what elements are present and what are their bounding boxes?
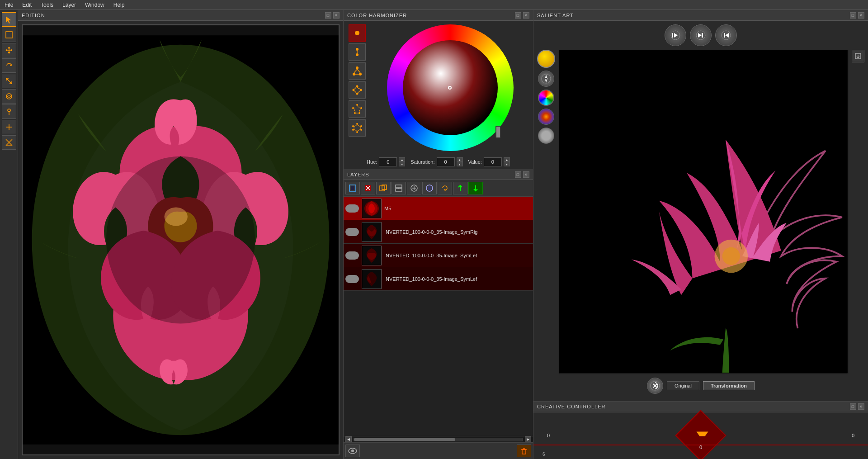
- layer-blend-button[interactable]: [422, 182, 437, 194]
- edition-minimize[interactable]: □: [325, 12, 331, 19]
- rotate-tool-button[interactable]: [2, 58, 16, 73]
- layer-row-3[interactable]: INVERTED_100-0-0-0_35-Image_SymLef: [344, 267, 533, 291]
- sa-close[interactable]: ×: [858, 12, 864, 19]
- layer-delete-button[interactable]: [361, 182, 375, 194]
- layer-merge-button[interactable]: [392, 182, 406, 194]
- offset-tool-button[interactable]: [2, 120, 16, 134]
- value-spinner: ▲ ▼: [504, 157, 510, 166]
- cc-minimize[interactable]: □: [850, 403, 856, 410]
- scroll-left[interactable]: ◀: [345, 436, 352, 443]
- layer-new-button[interactable]: [345, 182, 360, 194]
- ch-tool-4[interactable]: [349, 81, 366, 99]
- warp-tool-button[interactable]: [2, 89, 16, 104]
- layers-minimize[interactable]: □: [515, 171, 521, 178]
- layer-row-1[interactable]: INVERTED_100-0-0-0_35-Image_SymRig: [344, 220, 533, 244]
- tab-original[interactable]: Original: [667, 381, 699, 390]
- canvas-area[interactable]: [22, 24, 340, 455]
- menu-layer[interactable]: Layer: [58, 1, 80, 9]
- svg-rect-75: [559, 51, 848, 373]
- sa-back-button[interactable]: [715, 24, 737, 46]
- saturation-up[interactable]: ▲: [457, 157, 463, 162]
- ch-tool-3[interactable]: [349, 62, 366, 80]
- scale-tool-button[interactable]: [2, 74, 16, 88]
- layer-up-button[interactable]: [453, 182, 467, 194]
- cc-joystick[interactable]: [675, 410, 726, 459]
- svg-point-21: [356, 93, 359, 95]
- sa-gray-icon[interactable]: [538, 128, 554, 144]
- layer-eye-button[interactable]: [345, 445, 360, 457]
- scroll-right[interactable]: ▶: [525, 436, 531, 443]
- value-up[interactable]: ▲: [504, 157, 510, 162]
- ch-tool-5[interactable]: [349, 100, 366, 118]
- sa-multicolor-icon[interactable]: [538, 109, 554, 125]
- color-wheel-outer[interactable]: [387, 24, 514, 151]
- lasso-tool-button[interactable]: [2, 28, 16, 42]
- sa-play-button[interactable]: [665, 24, 686, 46]
- hue-down[interactable]: ▼: [399, 162, 405, 166]
- saturation-down[interactable]: ▼: [457, 162, 463, 166]
- layers-header: Layers □ ×: [344, 169, 533, 180]
- layer-duplicate-button[interactable]: [376, 182, 391, 194]
- sa-skip-button[interactable]: [690, 24, 712, 46]
- scroll-thumb[interactable]: [354, 438, 455, 441]
- sa-view-tabs: Original Transformation: [537, 374, 864, 397]
- ch-tool-1[interactable]: [349, 24, 366, 42]
- color-wheel-container[interactable]: [371, 24, 529, 151]
- layers-toolbar: [344, 180, 533, 197]
- layers-horizontal-scrollbar[interactable]: ◀ ▶: [344, 436, 533, 442]
- sa-nav-icon[interactable]: [538, 71, 554, 87]
- menu-file[interactable]: File: [0, 1, 18, 9]
- layer-1-visibility[interactable]: [345, 228, 359, 236]
- layer-1-thumbnail: [362, 222, 382, 242]
- layer-row-m5[interactable]: M5: [344, 197, 533, 220]
- hue-up[interactable]: ▲: [399, 157, 405, 162]
- sa-colorwheel-icon[interactable]: [538, 90, 554, 106]
- menu-edit[interactable]: Edit: [18, 1, 36, 9]
- layers-list[interactable]: M5 INVERTED_100-0-0-0_35-Image_SymRig: [344, 197, 533, 436]
- ch-tool-2[interactable]: [349, 43, 366, 61]
- menu-window[interactable]: Window: [80, 1, 109, 9]
- hue-input[interactable]: [379, 157, 397, 166]
- layer-2-visibility[interactable]: [345, 251, 359, 260]
- select-tool-button[interactable]: [2, 12, 16, 27]
- sa-minimize[interactable]: □: [850, 12, 856, 19]
- ch-tool-6[interactable]: [349, 119, 366, 137]
- value-input[interactable]: [484, 157, 502, 166]
- layer-m5-visibility[interactable]: [345, 204, 359, 213]
- scroll-track[interactable]: [354, 438, 523, 441]
- cc-close[interactable]: ×: [858, 403, 864, 410]
- layer-refresh-button[interactable]: [438, 182, 452, 194]
- menu-tools[interactable]: Tools: [36, 1, 58, 9]
- color-wheel-outer-indicator[interactable]: [495, 126, 501, 138]
- layer-row-2[interactable]: INVERTED_100-0-0-0_35-Image_SymLef: [344, 244, 533, 267]
- svg-line-23: [357, 88, 360, 89]
- creative-controller-panel: Creative controller □ × 100 0 0 0 6: [533, 401, 868, 459]
- ch-minimize[interactable]: □: [515, 12, 521, 19]
- cc-content: 100 0 0 0 6: [533, 412, 868, 459]
- layer-down-button[interactable]: [468, 182, 483, 194]
- color-wheel-inner[interactable]: [403, 40, 498, 135]
- menu-help[interactable]: Help: [109, 1, 129, 9]
- sa-tab-action-btn[interactable]: [647, 378, 663, 394]
- cut-tool-button[interactable]: [2, 135, 16, 150]
- layer-1-name: INVERTED_100-0-0-0_35-Image_SymRig: [384, 229, 531, 235]
- value-down[interactable]: ▼: [504, 162, 510, 166]
- move-tool-button[interactable]: [2, 43, 16, 57]
- layer-trash-button[interactable]: [517, 445, 531, 457]
- svg-line-16: [354, 69, 357, 73]
- color-wheel-indicator[interactable]: [448, 86, 452, 90]
- sa-export-button[interactable]: [852, 50, 864, 62]
- edition-close[interactable]: ×: [333, 12, 340, 19]
- tab-transformation[interactable]: Transformation: [703, 381, 755, 390]
- layer-3-visibility[interactable]: [345, 275, 359, 283]
- saturation-input[interactable]: [437, 157, 455, 166]
- sa-preview-area[interactable]: [559, 50, 848, 374]
- layer-2-name: INVERTED_100-0-0-0_35-Image_SymLef: [384, 253, 531, 258]
- ch-close[interactable]: ×: [523, 12, 529, 19]
- layer-group-button[interactable]: [407, 182, 421, 194]
- svg-point-15: [359, 73, 362, 76]
- sa-yellow-color[interactable]: [537, 50, 555, 68]
- pin-tool-button[interactable]: [2, 104, 16, 119]
- sa-main-area: [537, 50, 864, 374]
- layers-close[interactable]: ×: [523, 171, 529, 178]
